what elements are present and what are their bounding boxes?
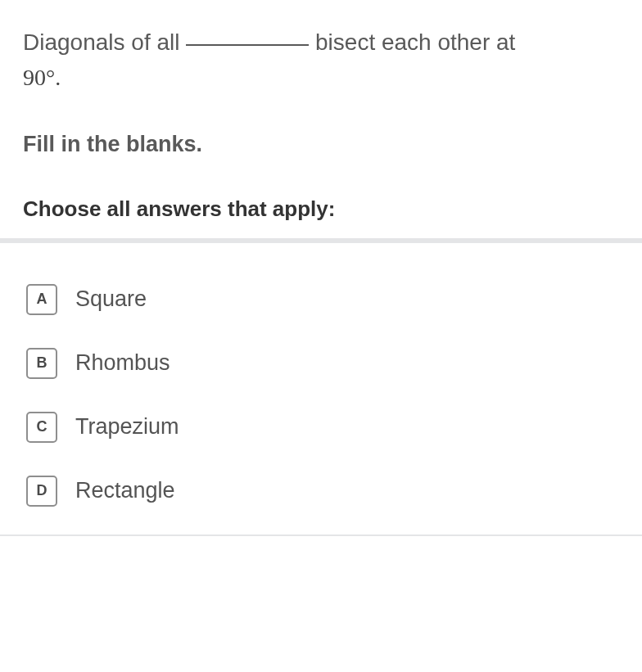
blank-underline xyxy=(186,44,309,46)
bottom-divider xyxy=(0,534,642,536)
option-label: Rhombus xyxy=(75,350,170,376)
option-label: Trapezium xyxy=(75,414,179,440)
options-divider xyxy=(0,238,642,243)
degree-text: 90°. xyxy=(23,65,61,90)
option-letter-box: B xyxy=(26,348,57,379)
option-letter: A xyxy=(37,291,47,308)
option-label: Square xyxy=(75,286,147,312)
option-letter: C xyxy=(37,418,47,435)
option-letter: B xyxy=(37,354,47,372)
option-c[interactable]: C Trapezium xyxy=(23,395,619,459)
option-letter: D xyxy=(37,482,47,499)
option-letter-box: A xyxy=(26,284,57,315)
fill-instruction: Fill in the blanks. xyxy=(23,132,619,157)
question-stem: Diagonals of all bisect each other at 90… xyxy=(23,25,619,96)
choose-prompt: Choose all answers that apply: xyxy=(23,196,619,222)
question-part1: Diagonals of all xyxy=(23,29,186,55)
option-a[interactable]: A Square xyxy=(23,268,619,331)
question-part2: bisect each other at xyxy=(309,29,515,55)
option-letter-box: C xyxy=(26,412,57,443)
option-d[interactable]: D Rectangle xyxy=(23,459,619,523)
option-b[interactable]: B Rhombus xyxy=(23,331,619,395)
option-letter-box: D xyxy=(26,476,57,507)
option-label: Rectangle xyxy=(75,478,175,503)
